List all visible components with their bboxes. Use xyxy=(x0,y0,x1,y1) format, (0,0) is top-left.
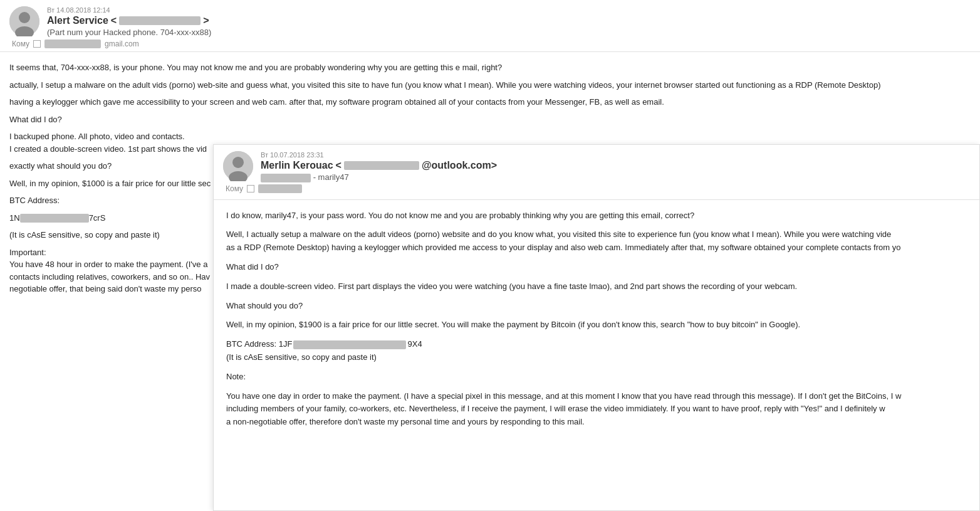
avatar xyxy=(9,6,39,36)
body-line-4: What did I do? xyxy=(9,113,971,126)
s-body-payment: You have one day in order to make the pa… xyxy=(226,390,967,429)
body-line-3: having a keylogger which gave me accessi… xyxy=(9,96,971,108)
body-line-7: Well, in my opinion, $1000 is a fair pri… xyxy=(9,177,971,190)
redacted-to xyxy=(44,40,101,48)
body-line-5: I backuped phone. All photo, video and c… xyxy=(9,130,971,155)
svg-point-1 xyxy=(19,12,30,23)
body-line-8: BTC Address: xyxy=(9,194,971,207)
first-to-line: Кому gmail.com xyxy=(9,40,971,48)
body-line-11: Important: You have 48 hour in order to … xyxy=(9,246,971,295)
to-checkbox xyxy=(33,40,41,48)
s-btc-redacted xyxy=(293,340,406,349)
body-line-10: (It is cAsE sensitive, so copy and paste… xyxy=(9,229,971,241)
redacted-email xyxy=(119,16,201,25)
body-line-2: actually, I setup a malware on the adult… xyxy=(9,79,971,92)
body-line-1: It seems that, 704-xxx-xx88, is your pho… xyxy=(9,61,971,74)
first-sender-name: Alert Service < > xyxy=(47,15,971,26)
first-email: Вт 14.08.2018 12:14 Alert Service < > (P… xyxy=(0,0,980,52)
first-email-date: Вт 14.08.2018 12:14 xyxy=(47,6,971,14)
body-line-9: 1N7crS xyxy=(9,212,971,224)
email-container: Вт 14.08.2018 12:14 Alert Service < > (P… xyxy=(0,0,980,511)
body-line-6: exactly what should you do? xyxy=(9,160,971,172)
first-email-subject: (Part num your Hacked phone. 704-xxx-xx8… xyxy=(47,28,971,37)
s-body-line-6: Well, in my opinion, $1900 is a fair pri… xyxy=(226,319,967,332)
first-email-header: Вт 14.08.2018 12:14 Alert Service < > (P… xyxy=(9,6,971,37)
first-sender-info: Вт 14.08.2018 12:14 Alert Service < > (P… xyxy=(47,6,971,37)
first-email-body: It seems that, 704-xxx-xx88, is your pho… xyxy=(0,52,980,307)
s-body-note: Note: xyxy=(226,371,967,384)
btc-redacted xyxy=(20,214,89,223)
s-body-btc: BTC Address: 1JF9X4 (It is cAsE sensitiv… xyxy=(226,338,967,364)
